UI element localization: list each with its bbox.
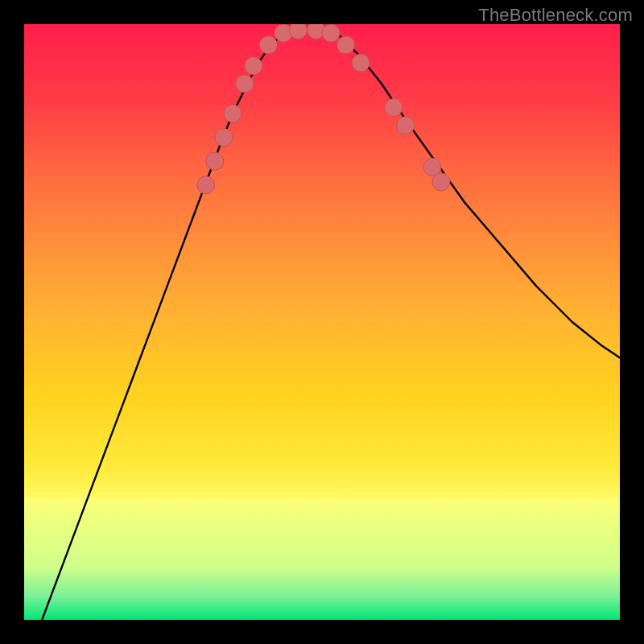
curve-marker (385, 99, 402, 117)
curve-marker (289, 24, 307, 39)
curve-marker (337, 36, 355, 54)
bottleneck-chart (24, 24, 620, 620)
curve-marker (197, 176, 215, 194)
curve-marker (215, 129, 233, 147)
chart-frame: TheBottleneck.com (0, 0, 644, 644)
curve-marker (397, 117, 415, 134)
curve-marker (245, 57, 262, 75)
curve-marker (206, 152, 224, 170)
curve-marker (352, 54, 369, 72)
gradient-background (24, 24, 620, 620)
watermark-text: TheBottleneck.com (478, 5, 633, 26)
curve-marker (259, 36, 277, 54)
curve-marker (432, 173, 450, 191)
curve-marker (236, 75, 254, 93)
curve-marker (224, 105, 242, 122)
curve-marker (322, 24, 340, 42)
